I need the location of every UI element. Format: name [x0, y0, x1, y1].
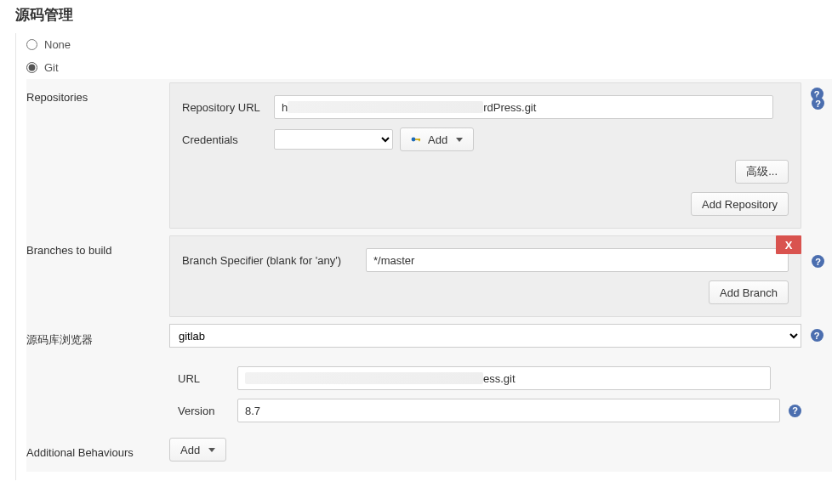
- delete-branch-button[interactable]: X: [776, 235, 801, 254]
- add-credential-button[interactable]: Add: [400, 127, 474, 151]
- repositories-label: Repositories: [26, 82, 169, 104]
- credentials-label: Credentials: [182, 133, 267, 146]
- add-behaviour-label: Add: [180, 444, 200, 456]
- section-title: 源码管理: [0, 0, 832, 33]
- repo-url-label: Repository URL: [182, 101, 267, 114]
- additional-label: Additional Behaviours: [26, 438, 169, 459]
- browser-url-input[interactable]: ess.git: [237, 366, 771, 390]
- scm-none-label: None: [44, 38, 71, 51]
- branches-label: Branches to build: [26, 235, 169, 257]
- key-icon: [411, 133, 423, 146]
- svg-point-0: [412, 137, 416, 141]
- browser-url-label: URL: [178, 372, 229, 385]
- scm-git-row[interactable]: Git: [26, 56, 832, 79]
- browser-row: 源码库浏览器 gitlab URL ess.git: [26, 320, 832, 434]
- browser-url-masked: [245, 372, 483, 384]
- browser-version-label: Version: [178, 405, 229, 417]
- help-icon[interactable]: ?: [812, 255, 824, 268]
- advanced-button[interactable]: 高级...: [735, 160, 789, 184]
- additional-row: Additional Behaviours Add: [26, 434, 832, 465]
- browser-label: 源码库浏览器: [26, 324, 169, 348]
- browser-subfields: URL ess.git Version ?: [169, 354, 801, 431]
- add-repository-button[interactable]: Add Repository: [691, 192, 789, 216]
- help-icon[interactable]: ?: [811, 329, 823, 342]
- browser-url-suffix: ess.git: [483, 372, 516, 385]
- repo-url-masked: [288, 101, 483, 113]
- scm-none-radio[interactable]: [26, 39, 37, 50]
- add-branch-button[interactable]: Add Branch: [709, 280, 789, 304]
- scm-section: None Git Repositories Repository URL h r…: [15, 33, 832, 480]
- svg-rect-2: [419, 139, 419, 141]
- chevron-down-icon: [456, 138, 463, 142]
- branch-specifier-input[interactable]: [366, 248, 789, 272]
- scm-none-row[interactable]: None: [26, 33, 832, 56]
- branch-specifier-label: Branch Specifier (blank for 'any'): [182, 254, 359, 267]
- help-icon[interactable]: ?: [812, 97, 824, 110]
- chevron-down-icon: [208, 448, 215, 452]
- repo-url-prefix: h: [282, 101, 288, 114]
- branch-panel: X Branch Specifier (blank for 'any') Add…: [169, 235, 801, 317]
- repo-browser-select[interactable]: gitlab: [169, 324, 801, 348]
- help-icon[interactable]: ?: [789, 405, 801, 417]
- repositories-row: Repositories Repository URL h rdPress.gi…: [26, 79, 832, 232]
- credentials-select[interactable]: [274, 129, 393, 150]
- browser-version-input[interactable]: [237, 399, 780, 422]
- scm-git-radio[interactable]: [26, 62, 37, 73]
- repository-panel: Repository URL h rdPress.git Credentials: [169, 82, 801, 229]
- repo-url-input[interactable]: h rdPress.git: [274, 95, 773, 119]
- scm-git-label: Git: [44, 61, 59, 74]
- add-behaviour-button[interactable]: Add: [169, 438, 226, 462]
- add-credential-label: Add: [428, 133, 447, 146]
- git-config-block: Repositories Repository URL h rdPress.gi…: [26, 79, 832, 472]
- branches-row: Branches to build X Branch Specifier (bl…: [26, 232, 832, 320]
- repo-url-suffix: rdPress.git: [483, 101, 536, 114]
